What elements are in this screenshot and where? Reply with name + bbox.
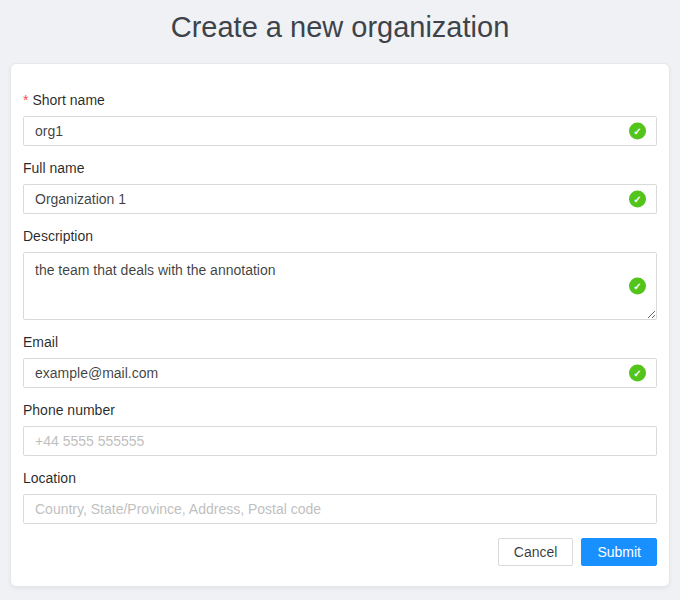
field-label: *Phone number xyxy=(23,402,657,418)
submit-button[interactable]: Submit xyxy=(581,538,657,566)
full-name-input[interactable] xyxy=(23,184,657,214)
email-input[interactable] xyxy=(23,358,657,388)
field-label: *Full name xyxy=(23,160,657,176)
create-organization-form: *Short name ✓ *Full name ✓ *Description … xyxy=(23,92,657,524)
required-asterisk: * xyxy=(23,92,28,108)
field-control: ✓ xyxy=(23,116,657,146)
form-field-location: *Location xyxy=(23,470,657,524)
form-field-description: *Description the team that deals with th… xyxy=(23,228,657,320)
field-label: *Email xyxy=(23,334,657,350)
form-field-full-name: *Full name ✓ xyxy=(23,160,657,214)
field-label-text: Short name xyxy=(32,92,104,108)
field-control: the team that deals with the annotation … xyxy=(23,252,657,320)
phone-number-input[interactable] xyxy=(23,426,657,456)
field-label-text: Email xyxy=(23,334,58,350)
description-textarea[interactable]: the team that deals with the annotation xyxy=(23,252,657,320)
field-label-text: Location xyxy=(23,470,76,486)
short-name-input[interactable] xyxy=(23,116,657,146)
form-field-email: *Email ✓ xyxy=(23,334,657,388)
page-title: Create a new organization xyxy=(0,0,680,48)
field-label-text: Description xyxy=(23,228,93,244)
form-field-short-name: *Short name ✓ xyxy=(23,92,657,146)
form-field-phone-number: *Phone number xyxy=(23,402,657,456)
form-actions: Cancel Submit xyxy=(23,538,657,566)
field-label: *Short name xyxy=(23,92,657,108)
cancel-button[interactable]: Cancel xyxy=(498,538,574,566)
field-control xyxy=(23,494,657,524)
field-label-text: Phone number xyxy=(23,402,115,418)
create-organization-page: Create a new organization *Short name ✓ … xyxy=(0,0,680,587)
field-control: ✓ xyxy=(23,184,657,214)
field-control xyxy=(23,426,657,456)
field-control: ✓ xyxy=(23,358,657,388)
location-input[interactable] xyxy=(23,494,657,524)
organization-form-card: *Short name ✓ *Full name ✓ *Description … xyxy=(10,63,670,587)
field-label-text: Full name xyxy=(23,160,84,176)
field-label: *Description xyxy=(23,228,657,244)
field-label: *Location xyxy=(23,470,657,486)
